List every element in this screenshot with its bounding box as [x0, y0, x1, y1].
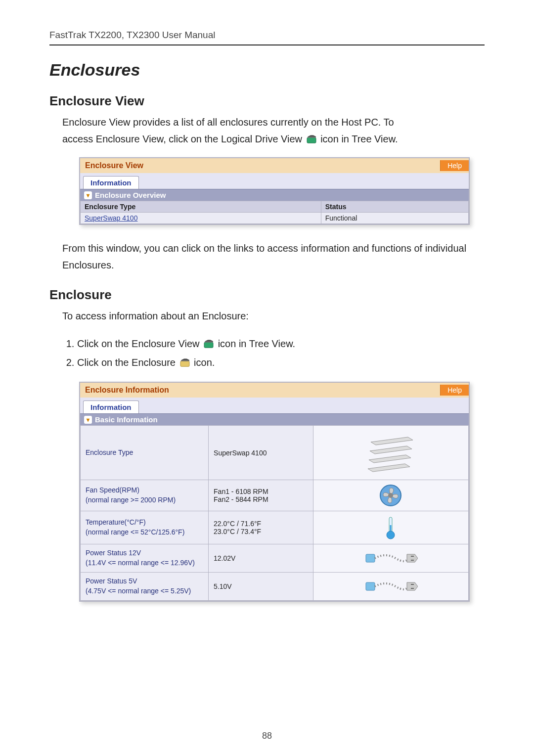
fan-val-b: Fan2 - 5844 RPM: [214, 495, 268, 503]
table-header-row: Enclosure Type Status: [81, 201, 469, 213]
svg-marker-13: [407, 554, 418, 562]
row-value-p5: 5.10V: [209, 573, 313, 601]
tab-information[interactable]: Information: [83, 400, 139, 413]
svg-rect-12: [366, 554, 375, 562]
para-intro-1-line1: Enclosure View provides a list of all en…: [62, 117, 394, 128]
heading-enclosure-view: Enclosure View: [49, 93, 485, 109]
table-row: Enclosure Type SuperSwap 4100: [81, 426, 469, 480]
step1-text-b: icon in Tree View.: [218, 338, 295, 349]
svg-point-8: [388, 493, 393, 498]
panel-enclosure-information: Enclosure Information Help Information ▾…: [79, 382, 470, 602]
svg-rect-0: [307, 137, 316, 143]
list-item: Click on the Enclosure icon.: [77, 353, 485, 372]
row-value-p12: 12.02V: [209, 544, 313, 573]
svg-marker-3: [371, 437, 413, 445]
fan-label-b: (normal range >= 2000 RPM): [86, 496, 176, 504]
panel2-titlebar: Enclosure Information Help: [80, 383, 469, 398]
page-number: 88: [0, 731, 534, 741]
col-enclosure-type: Enclosure Type: [81, 201, 321, 213]
basic-information-table: Enclosure Type SuperSwap 4100 Fan: [80, 425, 469, 601]
p12-label-b: (11.4V <= normal range <= 12.96V): [86, 559, 195, 567]
enclosure-icon: [179, 355, 190, 363]
svg-marker-17: [407, 582, 418, 590]
row-label-fan: Fan Speed(RPM) (normal range >= 2000 RPM…: [81, 480, 209, 511]
para-after-panel1: From this window, you can click on the l…: [62, 240, 485, 273]
panel1-section-title: Enclosure Overview: [95, 191, 166, 199]
enclosure-status-value: Functional: [321, 213, 468, 224]
table-row: SuperSwap 4100 Functional: [81, 213, 469, 224]
para-intro-1-line2a: access Enclosure View, click on the Logi…: [62, 133, 305, 144]
row-value-fan: Fan1 - 6108 RPM Fan2 - 5844 RPM: [209, 480, 313, 511]
temp-label-b: (normal range <= 52°C/125.6°F): [86, 528, 184, 536]
svg-rect-1: [204, 342, 213, 348]
table-row: Temperature(°C/°F) (normal range <= 52°C…: [81, 511, 469, 544]
row-label-p5: Power Status 5V (4.75V <= normal range <…: [81, 573, 209, 601]
svg-point-11: [387, 531, 395, 539]
steps-list: Click on the Enclosure View icon in Tree…: [62, 334, 485, 372]
row-label-p12: Power Status 12V (11.4V <= normal range …: [81, 544, 209, 573]
fan-icon: [313, 480, 468, 511]
col-status: Status: [321, 201, 468, 213]
row-value-type: SuperSwap 4100: [209, 426, 313, 480]
power-plug-icon: [313, 544, 468, 573]
fan-label-a: Fan Speed(RPM): [86, 486, 139, 494]
panel1-titlebar: Enclosure View Help: [80, 158, 469, 173]
para-intro-1: Enclosure View provides a list of all en…: [62, 114, 485, 147]
svg-marker-5: [369, 455, 411, 463]
tab-information[interactable]: Information: [83, 176, 139, 189]
p12-label-a: Power Status 12V: [86, 549, 141, 557]
step2-text-b: icon.: [194, 357, 215, 368]
temp-val-a: 22.0°C / 71.6°F: [214, 520, 261, 528]
enclosure-overview-table: Enclosure Type Status SuperSwap 4100 Fun…: [80, 201, 469, 224]
para-intro-1-line2b: icon in Tree View.: [320, 133, 398, 144]
panel1-tabrow: Information: [80, 173, 469, 189]
temp-label-a: Temperature(°C/°F): [86, 518, 146, 526]
p5-label-b: (4.75V <= normal range <= 5.25V): [86, 587, 191, 595]
row-label-type: Enclosure Type: [81, 426, 209, 480]
row-value-temp: 22.0°C / 71.6°F 23.0°C / 73.4°F: [209, 511, 313, 544]
step2-text-a: Click on the Enclosure: [77, 357, 178, 368]
enclosure-view-icon: [203, 336, 214, 345]
manual-header: FastTrak TX2200, TX2300 User Manual: [49, 30, 485, 45]
heading-enclosure: Enclosure: [49, 287, 485, 303]
table-row: Fan Speed(RPM) (normal range >= 2000 RPM…: [81, 480, 469, 511]
thermometer-icon: [313, 511, 468, 544]
svg-rect-16: [366, 582, 375, 590]
panel-enclosure-view: Enclosure View Help Information ▾ Enclos…: [79, 157, 470, 225]
panel2-section-title: Basic Information: [95, 415, 158, 424]
power-plug-icon: [313, 573, 468, 601]
page-section-title: Enclosures: [49, 60, 485, 80]
enclosure-link-superswap[interactable]: SuperSwap 4100: [85, 214, 137, 222]
panel1-title: Enclosure View: [85, 161, 143, 170]
temp-val-b: 23.0°C / 73.4°F: [214, 528, 261, 535]
panel1-section-bar[interactable]: ▾ Enclosure Overview: [80, 189, 469, 201]
enclosure-image: [313, 426, 468, 480]
svg-marker-4: [370, 446, 412, 454]
list-item: Click on the Enclosure View icon in Tree…: [77, 334, 485, 353]
enclosure-view-icon: [306, 132, 317, 141]
page: FastTrak TX2200, TX2300 User Manual Encl…: [0, 0, 534, 756]
para-enclosure-intro: To access information about an Enclosure…: [62, 308, 485, 324]
fan-val-a: Fan1 - 6108 RPM: [214, 488, 268, 495]
table-row: Power Status 5V (4.75V <= normal range <…: [81, 573, 469, 601]
table-row: Power Status 12V (11.4V <= normal range …: [81, 544, 469, 573]
panel2-title: Enclosure Information: [85, 386, 169, 395]
svg-marker-6: [368, 464, 410, 472]
expand-icon: ▾: [84, 191, 92, 199]
row-label-temp: Temperature(°C/°F) (normal range <= 52°C…: [81, 511, 209, 544]
panel2-tabrow: Information: [80, 398, 469, 413]
svg-rect-2: [180, 361, 189, 366]
step1-text-a: Click on the Enclosure View: [77, 338, 202, 349]
panel2-section-bar[interactable]: ▾ Basic Information: [80, 413, 469, 425]
p5-label-a: Power Status 5V: [86, 577, 137, 585]
help-button[interactable]: Help: [440, 160, 469, 171]
help-button[interactable]: Help: [440, 385, 469, 396]
expand-icon: ▾: [84, 416, 92, 424]
